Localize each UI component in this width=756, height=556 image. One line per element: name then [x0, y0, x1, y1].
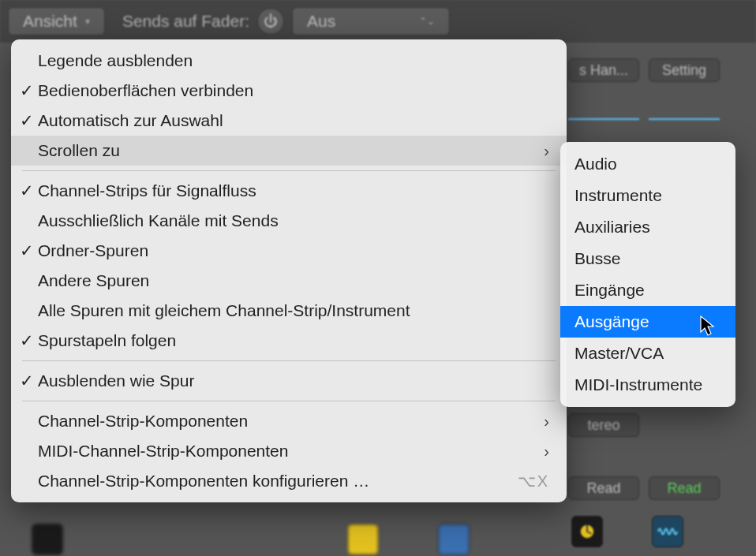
scrollen-zu-submenu: Audio Instrumente Auxiliaries Busse Eing… [560, 142, 735, 407]
submenu-arrow-icon: › [544, 442, 549, 461]
menu-item-label: Bedienoberflächen verbinden [38, 81, 253, 100]
menu-item-label: Legende ausblenden [38, 51, 193, 70]
track-icon-2[interactable] [652, 516, 683, 547]
sends-fader-value: Aus [307, 12, 335, 31]
chip-track[interactable]: s Han... [568, 58, 639, 82]
menu-item-spurstapeln[interactable]: ✓ Spurstapeln folgen [11, 326, 567, 356]
menu-item-label: Ordner-Spuren [38, 241, 148, 260]
chip-read-2[interactable]: Read [649, 476, 720, 500]
menu-item-label: Ausblenden wie Spur [38, 371, 194, 390]
chip-setting[interactable]: Setting [649, 58, 720, 82]
chip-stereo[interactable]: tereo [568, 413, 639, 437]
chip-read-1[interactable]: Read [568, 476, 639, 500]
check-icon: ✓ [16, 81, 38, 100]
menu-item-label: Channel-Strips für Signalfluss [38, 181, 256, 200]
menu-item-alle-spuren[interactable]: Alle Spuren mit gleichem Channel-Strip/I… [11, 296, 567, 326]
check-icon: ✓ [16, 181, 38, 200]
fader-line-2 [649, 118, 720, 120]
menu-item-label: MIDI-Channel-Strip-Komponenten [38, 442, 288, 461]
submenu-arrow-icon: › [544, 142, 549, 160]
submenu-item-busse[interactable]: Busse [560, 243, 735, 274]
submenu-item-audio[interactable]: Audio [560, 148, 735, 180]
submenu-item-midi-instrumente[interactable]: MIDI-Instrumente [560, 369, 735, 401]
submenu-item-auxiliaries[interactable]: Auxiliaries [560, 211, 735, 243]
menu-separator [22, 401, 556, 401]
check-icon: ✓ [16, 371, 38, 390]
menu-item-andere-spuren[interactable]: Andere Spuren [11, 266, 567, 296]
menu-item-label: Automatisch zur Auswahl [38, 111, 223, 130]
menu-item-legende-ausblenden[interactable]: Legende ausblenden [11, 46, 567, 76]
submenu-item-label: Master/VCA [574, 344, 664, 363]
submenu-item-label: Eingänge [574, 281, 645, 300]
menu-item-label: Scrollen zu [38, 141, 120, 160]
track-icon-1[interactable] [571, 516, 603, 547]
menu-item-label: Channel-Strip-Komponenten [38, 412, 248, 431]
menu-item-cs-komponenten[interactable]: Channel-Strip-Komponenten › [11, 406, 567, 436]
check-icon: ✓ [16, 331, 38, 350]
dropdown-updown-icon: ⌃⌄ [419, 16, 435, 27]
bg-icon-b [347, 524, 379, 555]
power-toggle[interactable]: ⏻ [257, 8, 284, 35]
submenu-arrow-icon: › [544, 412, 549, 431]
menu-item-scrollen-zu[interactable]: Scrollen zu › [11, 136, 567, 166]
submenu-item-master-vca[interactable]: Master/VCA [560, 338, 735, 369]
check-icon: ✓ [16, 241, 38, 260]
sends-on-fader-label: Sends auf Fader: [122, 12, 249, 31]
menu-item-midi-cs-komponenten[interactable]: MIDI-Channel-Strip-Komponenten › [11, 436, 567, 466]
menu-item-cs-konfigurieren[interactable]: Channel-Strip-Komponenten konfigurieren … [11, 466, 567, 496]
menu-item-label: Alle Spuren mit gleichem Channel-Strip/I… [38, 301, 410, 320]
submenu-item-label: Ausgänge [574, 312, 649, 331]
sends-fader-dropdown[interactable]: Aus ⌃⌄ [292, 7, 450, 35]
submenu-item-label: MIDI-Instrumente [574, 375, 702, 394]
menu-separator [22, 360, 556, 361]
chevron-down-icon: ▾ [85, 16, 90, 27]
menu-item-signalfluss[interactable]: ✓ Channel-Strips für Signalfluss [11, 176, 567, 206]
view-menu: Legende ausblenden ✓ Bedienoberflächen v… [11, 39, 567, 502]
view-menu-button[interactable]: Ansicht ▾ [8, 7, 105, 35]
submenu-item-label: Audio [574, 155, 617, 174]
menu-item-label: Channel-Strip-Komponenten konfigurieren … [38, 472, 369, 491]
menu-item-label: Ausschließlich Kanäle mit Sends [38, 211, 279, 230]
submenu-item-instrumente[interactable]: Instrumente [560, 180, 735, 211]
keyboard-shortcut: ⌥X [518, 472, 549, 491]
menu-item-kanaele-sends[interactable]: Ausschließlich Kanäle mit Sends [11, 206, 567, 236]
menu-separator [22, 170, 556, 171]
view-menu-label: Ansicht [23, 12, 77, 31]
check-icon: ✓ [16, 111, 38, 130]
submenu-item-label: Auxiliaries [574, 218, 650, 237]
menu-item-ausblenden-spur[interactable]: ✓ Ausblenden wie Spur [11, 366, 567, 396]
menu-item-ordner-spuren[interactable]: ✓ Ordner-Spuren [11, 236, 567, 266]
menu-item-label: Spurstapeln folgen [38, 331, 176, 350]
submenu-item-ausgaenge[interactable]: Ausgänge [560, 306, 735, 338]
menu-item-bedienoberflaechen[interactable]: ✓ Bedienoberflächen verbinden [11, 76, 567, 106]
submenu-item-label: Instrumente [574, 186, 662, 205]
bg-icon-c [438, 524, 470, 555]
menu-item-label: Andere Spuren [38, 271, 149, 290]
menu-item-auto-auswahl[interactable]: ✓ Automatisch zur Auswahl [11, 106, 567, 136]
bg-icon-a [32, 524, 63, 555]
submenu-item-eingaenge[interactable]: Eingänge [560, 274, 735, 306]
mixer-toolbar: Ansicht ▾ Sends auf Fader: ⏻ Aus ⌃⌄ [0, 0, 756, 43]
submenu-item-label: Busse [574, 249, 620, 268]
fader-line-1 [568, 118, 639, 120]
